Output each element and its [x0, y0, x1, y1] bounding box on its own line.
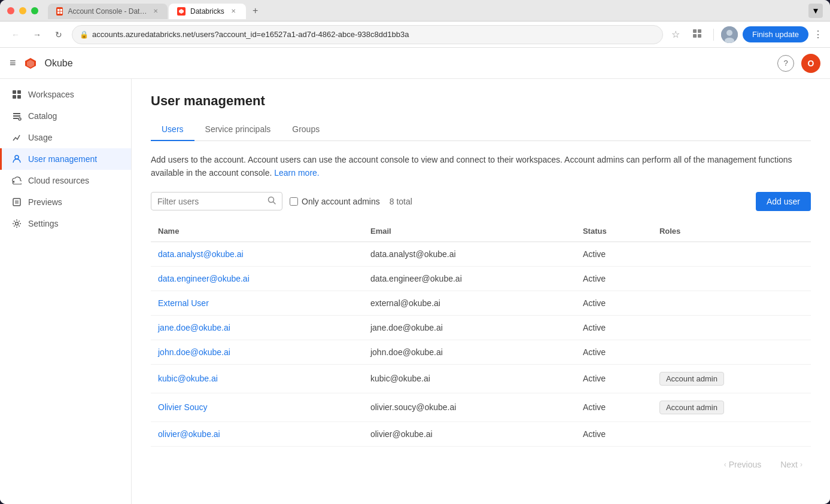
sidebar-item-workspaces[interactable]: Workspaces	[0, 84, 131, 105]
cell-email: jane.doe@okube.ai	[363, 315, 576, 340]
table-row: data.engineer@okube.aidata.engineer@okub…	[151, 266, 811, 291]
cell-roles	[652, 242, 811, 266]
sidebar-item-user-management[interactable]: User management	[0, 148, 131, 170]
table-row: Olivier Soucyolivier.soucy@okube.aiActiv…	[151, 393, 811, 421]
tabs-bar: Account Console - Databrick… ✕ Databrick…	[48, 2, 804, 19]
cell-email: data.analyst@okube.ai	[363, 242, 576, 266]
user-name-link[interactable]: jane.doe@okube.ai	[158, 323, 230, 332]
filter-bar: Only account admins 8 total Add user	[151, 192, 811, 211]
user-name-link[interactable]: data.analyst@okube.ai	[158, 249, 244, 259]
workspaces-icon	[11, 89, 22, 100]
sidebar-label-user-management: User management	[28, 154, 97, 164]
role-badge: Account admin	[659, 372, 724, 386]
forward-button[interactable]: →	[29, 26, 45, 43]
sidebar-item-usage[interactable]: Usage	[0, 127, 131, 148]
user-name-link[interactable]: kubic@okube.ai	[158, 374, 218, 383]
user-name-link[interactable]: john.doe@okube.ai	[158, 347, 230, 357]
help-button[interactable]: ?	[777, 55, 794, 72]
cell-status: Active	[576, 421, 652, 446]
app-container: ≡ Okube ? O Workspaces	[0, 48, 830, 504]
only-admins-checkbox-label[interactable]: Only account admins	[290, 197, 380, 206]
user-name-link[interactable]: Olivier Soucy	[158, 402, 207, 412]
url-bar[interactable]: 🔒 accounts.azuredatabricks.net/users?acc…	[72, 25, 663, 44]
cell-status: Active	[576, 340, 652, 364]
sidebar-label-cloud-resources: Cloud resources	[28, 176, 89, 185]
tab-groups[interactable]: Groups	[281, 118, 330, 141]
cell-name: kubic@okube.ai	[151, 364, 363, 393]
app-topbar: ≡ Okube ? O	[0, 48, 830, 79]
tab-databricks[interactable]: Databricks ✕	[169, 4, 246, 19]
tab-favicon-account	[56, 7, 63, 16]
back-button[interactable]: ←	[7, 26, 24, 43]
sidebar-label-previews: Previews	[28, 197, 62, 207]
cloud-resources-icon	[11, 175, 22, 186]
table-row: kubic@okube.aikubic@okube.aiActiveAccoun…	[151, 364, 811, 393]
usage-icon	[11, 132, 22, 143]
browser-more-button[interactable]: ⋮	[813, 29, 823, 40]
tab-close-account[interactable]: ✕	[153, 7, 159, 16]
url-text: accounts.azuredatabricks.net/users?accou…	[92, 30, 655, 39]
user-name-link[interactable]: External User	[158, 298, 209, 308]
tab-account-console[interactable]: Account Console - Databrick… ✕	[48, 4, 168, 19]
cell-roles	[652, 266, 811, 291]
reload-button[interactable]: ↻	[50, 26, 67, 43]
maximize-window-button[interactable]	[31, 7, 38, 14]
table-row: External Userexternal@okube.aiActive	[151, 291, 811, 315]
cell-email: kubic@okube.ai	[363, 364, 576, 393]
table-header: Name Email Status Roles	[151, 221, 811, 242]
user-management-icon	[11, 154, 22, 164]
cell-email: olivier@okube.ai	[363, 421, 576, 446]
sidebar-label-workspaces: Workspaces	[28, 90, 74, 99]
table-body: data.analyst@okube.aidata.analyst@okube.…	[151, 242, 811, 446]
pagination: ‹ Previous Next ›	[151, 447, 811, 475]
close-window-button[interactable]	[7, 7, 14, 14]
cell-roles	[652, 421, 811, 446]
learn-more-link[interactable]: Learn more.	[274, 168, 319, 178]
tabs-dropdown-button[interactable]: ▾	[808, 4, 823, 18]
sidebar-item-previews[interactable]: Previews	[0, 191, 131, 213]
extensions-button[interactable]	[688, 28, 706, 41]
svg-rect-3	[60, 11, 62, 14]
content-area: Workspaces Catalog Usage	[0, 79, 830, 504]
svg-point-10	[726, 30, 732, 36]
only-admins-checkbox[interactable]	[290, 197, 298, 206]
browser-profile-avatar[interactable]	[721, 26, 738, 43]
cell-name: olivier@okube.ai	[151, 421, 363, 446]
tab-service-principals[interactable]: Service principals	[194, 118, 282, 141]
user-name-link[interactable]: data.engineer@okube.ai	[158, 274, 250, 283]
sidebar: Workspaces Catalog Usage	[0, 79, 132, 504]
topbar-right: ? O	[777, 54, 820, 73]
new-tab-button[interactable]: +	[247, 2, 264, 19]
sidebar-item-cloud-resources[interactable]: Cloud resources	[0, 170, 131, 191]
cell-email: external@okube.ai	[363, 291, 576, 315]
browser-window: Account Console - Databrick… ✕ Databrick…	[0, 0, 830, 504]
next-button[interactable]: Next ›	[772, 456, 811, 473]
svg-rect-0	[57, 9, 60, 11]
search-input[interactable]	[157, 197, 263, 206]
user-name-link[interactable]: olivier@okube.ai	[158, 429, 220, 439]
sidebar-item-settings[interactable]: Settings	[0, 213, 131, 234]
add-user-button[interactable]: Add user	[756, 192, 811, 211]
cell-status: Active	[576, 242, 652, 266]
previous-button[interactable]: ‹ Previous	[716, 456, 770, 473]
cell-email: olivier.soucy@okube.ai	[363, 393, 576, 421]
tab-close-databricks[interactable]: ✕	[229, 7, 238, 16]
user-avatar-button[interactable]: O	[801, 54, 820, 73]
cell-name: data.analyst@okube.ai	[151, 242, 363, 266]
col-status: Status	[576, 221, 652, 242]
browser-titlebar: Account Console - Databrick… ✕ Databrick…	[0, 0, 830, 22]
settings-icon	[11, 218, 22, 229]
page-title: User management	[151, 93, 811, 109]
hamburger-menu-button[interactable]: ≡	[10, 57, 16, 69]
sidebar-item-catalog[interactable]: Catalog	[0, 105, 131, 127]
svg-rect-1	[60, 9, 62, 11]
tab-users[interactable]: Users	[151, 118, 194, 141]
cell-status: Active	[576, 266, 652, 291]
search-box	[151, 192, 282, 210]
bookmark-button[interactable]: ☆	[668, 29, 683, 40]
svg-rect-6	[698, 29, 701, 33]
tab-label-databricks: Databricks	[190, 7, 224, 16]
minimize-window-button[interactable]	[19, 7, 26, 14]
previews-icon	[11, 197, 22, 207]
finish-update-button[interactable]: Finish update	[743, 26, 808, 42]
